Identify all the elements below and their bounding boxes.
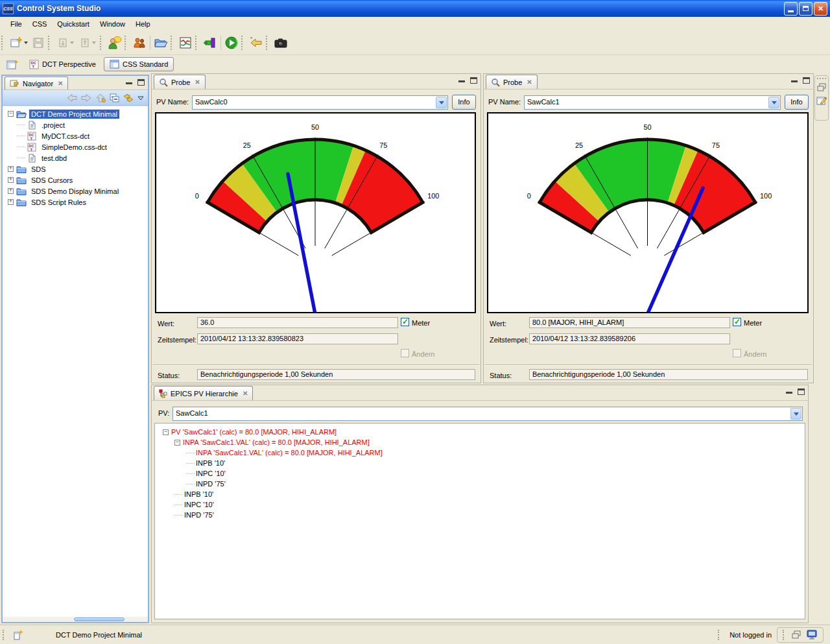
expand-expander-icon[interactable]: + xyxy=(8,199,14,205)
pv-tree-row[interactable]: INPA 'SawCalc1.VAL' (calc) = 80.0 [MAJOR… xyxy=(163,447,805,458)
tree-row[interactable]: + SDS Cursors xyxy=(3,174,148,185)
tab-epics-pv-hierarchie[interactable]: EPICS PV Hierarchie ✕ xyxy=(154,386,253,400)
save-button[interactable] xyxy=(30,34,47,51)
tree-row[interactable]: + SDS Demo Display Minimal xyxy=(3,185,148,197)
tree-item-label[interactable]: MyDCT.css-dct xyxy=(40,132,91,141)
combo-dropdown-icon[interactable] xyxy=(768,97,779,108)
open-folder-button[interactable] xyxy=(152,34,169,51)
title-bar[interactable]: CSS Control System Studio ✕ xyxy=(0,0,830,17)
collapse-expander-icon[interactable]: − xyxy=(163,429,169,435)
checkout-button[interactable] xyxy=(77,34,99,51)
aendern-checkbox[interactable] xyxy=(401,349,409,357)
pv-tree-row[interactable]: INPB '10' xyxy=(163,489,805,499)
aendern-checkbox[interactable] xyxy=(733,349,741,357)
meter-checkbox[interactable] xyxy=(401,318,409,326)
connect-plug-button[interactable] xyxy=(202,34,219,51)
close-tab-icon[interactable]: ✕ xyxy=(527,78,532,86)
data-browser-button[interactable] xyxy=(177,34,194,51)
toolbar-grip[interactable] xyxy=(195,36,200,50)
wert-field[interactable]: 80.0 [MAJOR, HIHI_ALARM] xyxy=(529,317,730,328)
collapse-expander-icon[interactable]: − xyxy=(174,440,180,446)
tree-row[interactable]: + SDS xyxy=(3,163,148,174)
tree-item-label[interactable]: DCT Demo Project Minimal xyxy=(29,110,119,119)
tab-probe[interactable]: Probe ✕ xyxy=(154,75,206,89)
restore-trim-icon[interactable] xyxy=(792,630,801,639)
users-button[interactable] xyxy=(131,34,148,51)
back-history-button[interactable]: * xyxy=(248,34,265,51)
minimize-view-icon[interactable] xyxy=(126,81,132,84)
trim-grip[interactable] xyxy=(783,630,787,640)
toolbar-grip[interactable] xyxy=(48,36,53,50)
remote-monitor-icon[interactable] xyxy=(806,630,818,640)
restore-button[interactable] xyxy=(799,2,812,16)
tree-row[interactable]: test.dbd xyxy=(3,152,148,163)
maximize-view-icon[interactable] xyxy=(137,79,145,86)
pv-tree-row[interactable]: INPD '75' xyxy=(163,510,805,520)
tree-item-label[interactable]: SDS xyxy=(29,165,48,174)
close-tab-icon[interactable]: ✕ xyxy=(58,80,63,87)
maximize-view-icon[interactable] xyxy=(798,388,805,395)
tree-item-label[interactable]: test.dbd xyxy=(40,154,69,163)
perspective-dct[interactable]: DC T DCT Perspective xyxy=(24,58,101,71)
tree-row[interactable]: + SDS Script Rules xyxy=(3,197,148,208)
collapse-all-icon[interactable] xyxy=(110,93,119,102)
tree-item-label[interactable]: SimpleDemo.css-dct xyxy=(40,143,109,152)
minimize-view-icon[interactable] xyxy=(458,79,465,82)
statusbar-grip[interactable] xyxy=(718,630,722,640)
close-tab-icon[interactable]: ✕ xyxy=(243,390,248,397)
screenshot-button[interactable] xyxy=(272,34,289,51)
tree-item-label[interactable]: SDS Demo Display Minimal xyxy=(29,187,121,196)
info-button[interactable]: Info xyxy=(785,95,809,110)
menu-file[interactable]: File xyxy=(5,19,27,29)
restore-trim-icon[interactable] xyxy=(817,83,826,91)
tree-item-label[interactable]: .project xyxy=(40,121,67,130)
pv-combo[interactable]: SawCalc1 xyxy=(172,407,803,421)
pv-tree-row[interactable]: − INPA 'SawCalc1.VAL' (calc) = 80.0 [MAJ… xyxy=(163,437,805,447)
toolbar-grip[interactable] xyxy=(266,36,271,50)
zeitstempel-field[interactable]: 2010/04/12 13:13:32.839580823 xyxy=(197,333,398,344)
tree-item-label[interactable]: SDS Cursors xyxy=(29,176,75,185)
scrollbar-thumb[interactable] xyxy=(74,617,124,621)
back-arrow-icon[interactable] xyxy=(67,93,77,102)
toolbar-grip[interactable] xyxy=(171,36,176,50)
zeitstempel-field[interactable]: 2010/04/12 13:13:32.839589206 xyxy=(529,333,730,344)
expand-expander-icon[interactable]: + xyxy=(8,166,14,172)
toolbar-grip[interactable] xyxy=(1,36,6,50)
trim-grip[interactable] xyxy=(817,78,826,79)
link-editor-icon[interactable] xyxy=(123,93,134,102)
run-button[interactable] xyxy=(223,34,240,51)
combo-dropdown-icon[interactable] xyxy=(436,97,447,108)
tree-row[interactable]: DC T MyDCT.css-dct xyxy=(3,130,148,141)
pv-tree-row[interactable]: INPC '10' xyxy=(163,499,805,510)
tree-row[interactable]: DC T SimpleDemo.css-dct xyxy=(3,141,148,152)
expand-expander-icon[interactable]: + xyxy=(8,177,14,183)
menu-css[interactable]: CSS xyxy=(27,19,53,29)
horizontal-scrollbar[interactable] xyxy=(3,617,148,622)
info-button[interactable]: Info xyxy=(452,95,476,110)
combo-dropdown-icon[interactable] xyxy=(790,408,801,420)
minimize-view-icon[interactable] xyxy=(786,390,792,394)
collapse-expander-icon[interactable]: − xyxy=(8,111,14,117)
tree-item-label[interactable]: SDS Script Rules xyxy=(29,198,88,207)
maximize-view-icon[interactable] xyxy=(470,77,477,84)
status-field[interactable]: Benachrichtigungsperiode 1,00 Sekunden xyxy=(197,369,475,380)
toolbar-grip[interactable] xyxy=(241,36,246,50)
maximize-view-icon[interactable] xyxy=(803,77,810,84)
up-arrow-icon[interactable] xyxy=(95,93,106,102)
statusbar-grip[interactable] xyxy=(3,630,6,640)
menu-help[interactable]: Help xyxy=(130,19,156,29)
toolbar-grip[interactable] xyxy=(124,36,130,50)
status-field[interactable]: Benachrichtigungsperiode 1,00 Sekunden xyxy=(529,369,808,380)
tab-navigator[interactable]: Navigator ✕ xyxy=(5,77,68,89)
minimize-view-icon[interactable] xyxy=(791,79,798,82)
pv-tree-row[interactable]: INPC '10' xyxy=(163,468,805,479)
forward-arrow-icon[interactable] xyxy=(81,93,91,102)
new-wizard-button[interactable] xyxy=(8,34,30,51)
pv-tree-row[interactable]: INPB '10' xyxy=(163,458,805,468)
pv-name-combo[interactable]: SawCalc1 xyxy=(524,95,781,110)
view-menu-caret[interactable] xyxy=(137,95,144,101)
tree-row[interactable]: − DCT Demo Project Minimal xyxy=(3,108,148,119)
expand-expander-icon[interactable]: + xyxy=(8,188,14,194)
menu-window[interactable]: Window xyxy=(95,19,130,29)
user-comment-button[interactable] xyxy=(106,34,123,51)
